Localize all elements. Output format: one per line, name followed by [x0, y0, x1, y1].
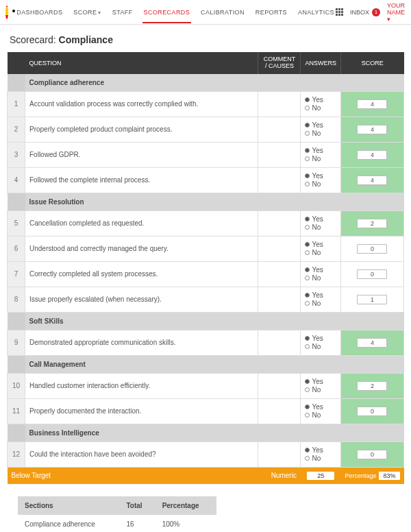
comment-cell[interactable]: [258, 91, 301, 117]
nav-item-score[interactable]: SCORE▾: [72, 2, 102, 23]
question-row: 7Correctly completed all system processe…: [8, 261, 404, 287]
question-text: Followed the complete internal process.: [25, 167, 258, 193]
score-cell: 0: [340, 236, 403, 261]
radio-icon: [305, 242, 310, 247]
comment-cell[interactable]: [258, 167, 301, 193]
answer-yes[interactable]: Yes: [305, 291, 336, 300]
answer-no[interactable]: No: [305, 249, 336, 257]
question-row: 9Demonstrated appropriate communication …: [8, 330, 404, 355]
answer-yes[interactable]: Yes: [305, 378, 336, 386]
answer-yes[interactable]: Yes: [305, 403, 336, 411]
score-input[interactable]: 2: [357, 381, 387, 391]
section-name: Business Intelligence: [25, 424, 258, 442]
radio-icon: [305, 276, 310, 280]
answer-no[interactable]: No: [305, 274, 336, 282]
answers-cell: YesNo: [301, 261, 341, 287]
question-row: 5Cancellation completed as requested.Yes…: [8, 210, 404, 236]
answer-yes[interactable]: Yes: [305, 241, 336, 249]
score-input[interactable]: 0: [357, 269, 387, 279]
question-text: Cancellation completed as requested.: [25, 210, 258, 236]
score-input[interactable]: 0: [357, 244, 387, 254]
inbox-link[interactable]: INBOX 1: [350, 8, 380, 16]
score-input[interactable]: 1: [357, 295, 387, 304]
radio-icon: [305, 131, 310, 136]
question-row: 3Followed GDPR.YesNo4: [8, 142, 404, 167]
nav-item-analytics[interactable]: ANALYTICS: [297, 2, 336, 23]
answer-yes[interactable]: Yes: [305, 335, 336, 343]
score-input[interactable]: 0: [357, 450, 387, 459]
radio-icon: [305, 250, 310, 255]
answer-no[interactable]: No: [305, 155, 336, 163]
answer-yes[interactable]: Yes: [305, 446, 336, 455]
comment-cell[interactable]: [258, 236, 301, 261]
section-row: Call Management: [8, 355, 404, 373]
section-ans-blank: [301, 312, 341, 330]
answer-yes[interactable]: Yes: [305, 121, 336, 130]
score-input[interactable]: 4: [357, 176, 387, 185]
score-input[interactable]: 2: [357, 219, 387, 228]
answer-no[interactable]: No: [305, 455, 336, 463]
question-row: 12Could the interaction have been avoide…: [8, 442, 404, 467]
comment-cell[interactable]: [258, 330, 301, 355]
nav-item-calibration[interactable]: CALIBRATION: [199, 2, 246, 23]
footer-row: Below Target Numeric 25 Percentage83%: [8, 467, 404, 484]
score-input[interactable]: 0: [357, 407, 387, 416]
section-cc-blank: [258, 424, 301, 442]
answer-no[interactable]: No: [305, 386, 336, 394]
answer-no[interactable]: No: [305, 130, 336, 138]
score-cell: 4: [340, 117, 403, 142]
answer-no[interactable]: No: [305, 411, 336, 420]
answer-no[interactable]: No: [305, 104, 336, 112]
comment-cell[interactable]: [258, 142, 301, 167]
username-label: YOUR NAME: [387, 2, 405, 16]
question-row: 2Properly completed product complaint pr…: [8, 117, 404, 142]
answers-cell: YesNo: [301, 210, 341, 236]
score-input[interactable]: 4: [357, 150, 387, 160]
chevron-down-icon: ▾: [387, 16, 390, 23]
inbox-label: INBOX: [350, 9, 369, 16]
answer-yes[interactable]: Yes: [305, 96, 336, 104]
answer-no[interactable]: No: [305, 343, 336, 351]
nav-item-staff[interactable]: STAFF: [111, 2, 134, 23]
score-cell: 4: [340, 330, 403, 355]
score-cell: 4: [340, 167, 403, 193]
radio-icon: [305, 148, 310, 153]
radio-icon: [305, 173, 310, 178]
answer-yes[interactable]: Yes: [305, 172, 336, 180]
score-input[interactable]: 4: [357, 99, 387, 109]
answer-yes[interactable]: Yes: [305, 215, 336, 223]
app-logo-icon: [5, 5, 8, 19]
answer-yes[interactable]: Yes: [305, 147, 336, 155]
question-text: Could the interaction have been avoided?: [25, 442, 258, 467]
nav-item-reports[interactable]: REPORTS: [254, 2, 288, 23]
question-row: 8Issue properly escalated (when necessar…: [8, 287, 404, 312]
comment-cell[interactable]: [258, 287, 301, 312]
score-input[interactable]: 4: [357, 338, 387, 348]
score-cell: 4: [340, 91, 403, 117]
comment-cell[interactable]: [258, 398, 301, 424]
answer-no[interactable]: No: [305, 223, 336, 232]
nav-item-scorecards[interactable]: SCORECARDS: [142, 2, 192, 23]
summary-percentage: 100%: [155, 515, 216, 532]
comment-cell[interactable]: [258, 210, 301, 236]
answer-no[interactable]: No: [305, 180, 336, 189]
user-menu[interactable]: YOUR NAME ▾: [387, 2, 406, 23]
section-ans-blank: [301, 355, 341, 373]
comment-cell[interactable]: [258, 261, 301, 287]
question-number: 9: [8, 330, 25, 355]
nav-item-dashboards[interactable]: DASHBOARDS: [15, 2, 64, 23]
answer-no[interactable]: No: [305, 300, 336, 308]
answers-cell: YesNo: [301, 442, 341, 467]
score-input[interactable]: 4: [357, 125, 387, 134]
summary-total: 16: [119, 515, 155, 532]
answers-cell: YesNo: [301, 117, 341, 142]
inbox-count-badge: 1: [372, 8, 380, 16]
apps-grid-icon[interactable]: [336, 8, 343, 16]
comment-cell[interactable]: [258, 373, 301, 398]
comment-cell[interactable]: [258, 442, 301, 467]
answer-yes[interactable]: Yes: [305, 266, 336, 274]
section-score-blank: [340, 355, 403, 373]
score-cell: 0: [340, 261, 403, 287]
section-name: Call Management: [25, 355, 258, 373]
comment-cell[interactable]: [258, 117, 301, 142]
